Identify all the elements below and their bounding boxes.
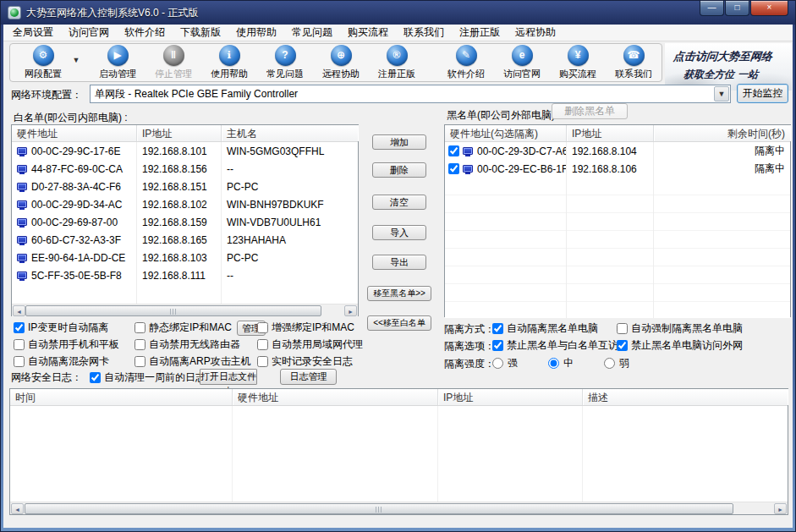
menu-item[interactable]: 远程协助 (508, 24, 563, 41)
scroll-thumb[interactable] (25, 503, 733, 514)
opt-block-wl-access[interactable]: 禁止黑名单与白名单互访 (492, 338, 618, 353)
delete-blacklist-button[interactable]: 删除黑名单 (552, 103, 628, 119)
isolate-checkbox[interactable] (448, 145, 459, 156)
toolbar-button[interactable]: ‖ 停止管理 (145, 45, 201, 80)
whitelist-row[interactable]: 00-0C-29-69-87-00 192.168.8.159 WIN-VDB7… (12, 213, 358, 231)
list-action-button[interactable]: 清空 (372, 195, 426, 210)
menu-item[interactable]: 软件介绍 (117, 24, 173, 41)
list-action-button[interactable]: 删除 (372, 162, 426, 178)
whitelist-row[interactable]: 44-87-FC-69-0C-CA 192.168.8.156 -- (12, 160, 358, 178)
phone-icon: ☎ (623, 45, 645, 66)
opt-enhanced-bind[interactable]: 增强绑定IP和MAC (257, 321, 354, 335)
whitelist-header-ip[interactable]: IP地址 (137, 125, 222, 141)
computer-icon (17, 218, 27, 226)
whitelist-row[interactable]: D0-27-88-3A-4C-F6 192.168.8.151 PC-PC (12, 178, 358, 195)
opt-block-internet[interactable]: 禁止黑名单电脑访问外网 (617, 338, 743, 353)
list-action-button[interactable]: 导出 (372, 255, 426, 270)
banner-line2: 获取全方位 一站 (665, 68, 792, 82)
toolbar-button-label: 使用帮助 (211, 68, 248, 80)
whitelist-row[interactable]: 5C-FF-35-0E-5B-F8 192.168.8.111 -- (12, 266, 358, 284)
opt-realtime-log[interactable]: 实时记录安全日志 (257, 354, 353, 369)
scroll-left-icon[interactable]: ◄ (13, 305, 25, 316)
log-header-ip[interactable]: IP地址 (438, 389, 583, 405)
menu-item[interactable]: 下载新版 (173, 24, 228, 41)
menu-item[interactable]: 购买流程 (340, 24, 396, 41)
log-header-time[interactable]: 时间 (10, 389, 233, 405)
log-hscrollbar[interactable]: ◄ ► (10, 502, 788, 514)
opt-disable-proxy[interactable]: 自动禁用局域网代理 (257, 337, 363, 352)
whitelist-header-mac[interactable]: 硬件地址 (12, 125, 137, 141)
combo-arrow-icon[interactable]: ▼ (714, 86, 729, 101)
toolbar-button[interactable]: ☎ 联系我们 (606, 45, 662, 80)
computer-icon (17, 254, 27, 261)
computer-icon (17, 183, 27, 190)
opt-disable-mobile[interactable]: 自动禁用手机和平板 (14, 337, 119, 352)
blacklist-header-mac[interactable]: 硬件地址(勾选隔离) (445, 125, 567, 141)
whitelist-hscrollbar[interactable]: ◄ ► (12, 304, 358, 316)
toolbar-button-label: 远程协助 (322, 68, 360, 80)
opt-disable-router[interactable]: 自动禁用无线路由器 (134, 337, 240, 352)
remote-globe-icon: ⊕ (331, 45, 352, 66)
toolbar-button[interactable]: ▶ 启动管理 (90, 45, 145, 80)
opt-force-isolate-blacklist[interactable]: 自动强制隔离黑名单电脑 (617, 321, 743, 336)
titlebar: 大势至网络准入控制系统V6.0 - 正式版 — □ × (1, 1, 795, 25)
toolbar-button[interactable]: ℹ 使用帮助 (201, 45, 257, 80)
toolbar-button[interactable]: ¥ 购买流程 (550, 45, 606, 80)
toolbar-button-label: 访问官网 (503, 68, 541, 80)
minimize-button[interactable]: — (700, 1, 724, 16)
whitelist-row[interactable]: 00-0C-29-9D-34-AC 192.168.8.102 WIN-BNH9… (12, 195, 358, 213)
scroll-thumb[interactable] (25, 305, 321, 316)
edit-icon: ✎ (456, 45, 477, 66)
menu-item[interactable]: 常见问题 (284, 24, 340, 41)
open-log-folder-button[interactable]: 打开日志文件夹 (200, 369, 257, 385)
list-action-button[interactable]: 移至黑名单>> (367, 286, 431, 301)
toolbar-button[interactable]: e 访问官网 (494, 45, 550, 80)
computer-icon (17, 147, 27, 155)
menu-item[interactable]: 访问官网 (61, 24, 117, 41)
log-header-mac[interactable]: 硬件地址 (233, 389, 438, 405)
blacklist-header-ip[interactable]: IP地址 (567, 125, 654, 141)
scroll-left-icon[interactable]: ◄ (11, 503, 24, 514)
list-action-button[interactable]: 导入 (372, 225, 426, 240)
list-actions-column: 增加删除清空导入导出移至黑名单>><<移至白名单 (366, 124, 432, 317)
dropdown-arrow-icon[interactable]: ▼ (70, 56, 82, 64)
isolate-checkbox[interactable] (448, 163, 459, 174)
log-header-desc[interactable]: 描述 (583, 389, 788, 405)
toolbar-button[interactable]: ® 注册正版 (369, 45, 425, 80)
banner-line1: 点击访问大势至网络 (665, 49, 792, 64)
toolbar-button[interactable]: ? 常见问题 (257, 45, 313, 80)
opt-isolate-promisc[interactable]: 自动隔离混杂网卡 (14, 354, 109, 369)
menu-item[interactable]: 联系我们 (396, 24, 452, 41)
whitelist-row[interactable]: 60-6D-C7-32-A3-3F 192.168.8.165 123HAHAH… (12, 231, 358, 249)
toolbar-button[interactable]: ⚙ 网段配置 ▼ (15, 45, 71, 80)
menu-item[interactable]: 注册正版 (452, 24, 508, 41)
register-icon: ® (387, 45, 408, 66)
toolbar-button-label: 软件介绍 (447, 68, 485, 80)
close-button[interactable]: × (750, 1, 788, 16)
list-action-button[interactable]: 增加 (372, 134, 426, 150)
whitelist-row[interactable]: EE-90-64-1A-DD-CE 192.168.8.103 PC-PC (12, 249, 358, 266)
opt-isolate-arp[interactable]: 自动隔离ARP攻击主机 (134, 354, 251, 369)
blacklist-empty-area (445, 178, 790, 318)
toolbar-button[interactable]: ✎ 软件介绍 (438, 45, 494, 80)
opt-static-bind[interactable]: 静态绑定IP和MAC 管理 (134, 321, 266, 335)
whitelist-row[interactable]: 00-0C-29-9C-17-6E 192.168.8.101 WIN-5GMG… (12, 142, 358, 160)
app-window: 大势至网络准入控制系统V6.0 - 正式版 — □ × 全局设置访问官网软件介绍… (0, 0, 796, 532)
toolbar-button-label: 停止管理 (155, 68, 192, 80)
opt-ip-auto-isolate[interactable]: IP变更时自动隔离 (14, 321, 108, 335)
maximize-button[interactable]: □ (725, 1, 749, 16)
scroll-right-icon[interactable]: ► (774, 503, 787, 514)
menu-item[interactable]: 使用帮助 (228, 24, 284, 41)
whitelist-header-host[interactable]: 主机名 (222, 125, 358, 141)
opt-auto-clean-log[interactable]: 自动清理一周前的日志 (90, 370, 206, 385)
scroll-right-icon[interactable]: ► (344, 305, 357, 316)
blacklist-row[interactable]: 00-0C-29-EC-B6-1F 192.168.8.106 隔离中 (445, 160, 790, 178)
menu-item[interactable]: 全局设置 (5, 24, 61, 41)
blacklist-row[interactable]: 00-0C-29-3D-C7-A6 192.168.8.104 隔离中 (445, 142, 790, 160)
network-adapter-select[interactable]: 单网段 - Realtek PCIe GBE Family Controller… (90, 85, 731, 103)
toolbar-button[interactable]: ⊕ 远程协助 (313, 45, 369, 80)
start-monitor-button[interactable]: 开始监控 (737, 84, 788, 103)
blacklist-header-time[interactable]: 剩余时间(秒) (654, 125, 790, 141)
log-manage-button[interactable]: 日志管理 (280, 369, 337, 385)
opt-auto-isolate-blacklist[interactable]: 自动隔离黑名单电脑 (492, 321, 598, 336)
